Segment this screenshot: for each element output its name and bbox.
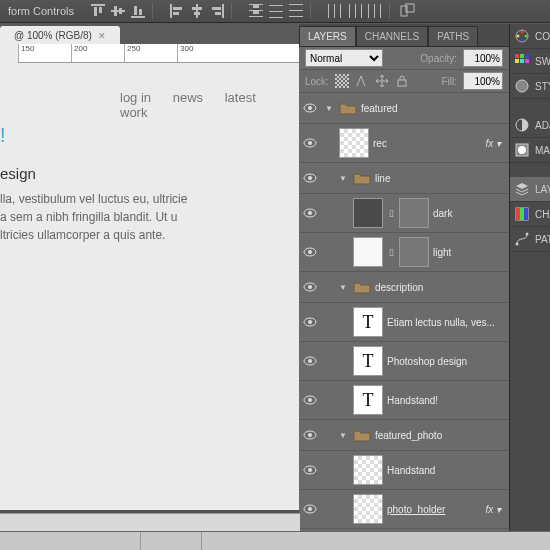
layer-name[interactable]: rec [373, 138, 481, 149]
dock-item-color[interactable]: COLOR [510, 24, 550, 49]
layer-row[interactable]: TPhotoshop design [299, 342, 509, 381]
align-left-icon[interactable] [169, 3, 185, 19]
svg-rect-40 [335, 74, 349, 88]
fx-badge[interactable]: fx ▾ [485, 138, 505, 149]
fill-input[interactable] [463, 72, 503, 90]
svg-rect-12 [196, 4, 198, 18]
svg-rect-32 [349, 4, 350, 18]
lock-transparent-icon[interactable] [335, 74, 349, 88]
dock-item-adjust[interactable]: ADJUSTMENTS [510, 113, 550, 138]
status-seg-2 [141, 532, 202, 550]
layer-name[interactable]: description [375, 282, 505, 293]
dock-item-paths[interactable]: PATHS [510, 227, 550, 252]
layer-name[interactable]: featured_photo [375, 430, 505, 441]
layers-list[interactable]: ▼featuredrecfx ▾▼line▯dark▯light▼descrip… [299, 93, 509, 533]
layer-row[interactable]: recfx ▾ [299, 124, 509, 163]
dock-item-masks[interactable]: MASKS [510, 138, 550, 163]
svg-rect-26 [289, 4, 303, 5]
lock-pixels-icon[interactable] [355, 74, 369, 88]
visibility-icon[interactable] [303, 101, 317, 115]
document-tab-label: @ 100% (RGB/8) [14, 30, 92, 41]
tab-layers[interactable]: LAYERS [299, 26, 356, 46]
visibility-icon[interactable] [303, 280, 317, 294]
disclosure-icon[interactable]: ▼ [325, 104, 333, 113]
document-canvas[interactable]: log in news latest work ! esign lla, ves… [0, 62, 300, 510]
fx-badge[interactable]: fx ▾ [485, 504, 505, 515]
layer-row[interactable]: ▯light [299, 233, 509, 272]
align-vcenter-icon[interactable] [110, 3, 126, 19]
visibility-icon[interactable] [303, 502, 317, 516]
layer-name[interactable]: dark [433, 208, 505, 219]
svg-rect-2 [99, 7, 102, 13]
blend-mode-select[interactable]: Normal [305, 49, 383, 67]
svg-rect-6 [131, 16, 145, 18]
dist-vcenter-icon[interactable] [268, 3, 284, 19]
svg-point-76 [525, 35, 528, 38]
layer-row[interactable]: ▼description [299, 272, 509, 303]
disclosure-icon[interactable]: ▼ [339, 431, 347, 440]
horizontal-scrollbar[interactable] [0, 513, 300, 532]
layer-name[interactable]: Etiam lectus nulla, ves... [387, 317, 505, 328]
layer-row[interactable]: THandstand! [299, 381, 509, 420]
disclosure-icon[interactable]: ▼ [339, 174, 347, 183]
dist-left-icon[interactable] [327, 3, 343, 19]
layer-row[interactable]: ▼line [299, 163, 509, 194]
lock-all-icon[interactable] [395, 74, 409, 88]
layer-name[interactable]: Photoshop design [387, 356, 505, 367]
dock-item-swatches[interactable]: SWATCHES [510, 49, 550, 74]
visibility-icon[interactable] [303, 171, 317, 185]
dist-right-icon[interactable] [367, 3, 383, 19]
align-right-icon[interactable] [209, 3, 225, 19]
lock-position-icon[interactable] [375, 74, 389, 88]
opacity-label: Opacity: [420, 53, 457, 64]
layer-row[interactable]: ▼featured_photo [299, 420, 509, 451]
dock-item-layers[interactable]: LAYERS [510, 177, 550, 202]
visibility-icon[interactable] [303, 393, 317, 407]
layer-row[interactable]: photo_holderfx ▾ [299, 490, 509, 529]
layer-name[interactable]: Handstand [387, 465, 505, 476]
status-bar [0, 531, 550, 550]
toolbar-label: form Controls [8, 5, 74, 17]
svg-rect-33 [355, 4, 356, 18]
dock-item-channels[interactable]: CHANNELS [510, 202, 550, 227]
tab-paths[interactable]: PATHS [428, 26, 478, 46]
align-hcenter-icon[interactable] [189, 3, 205, 19]
visibility-icon[interactable] [303, 463, 317, 477]
visibility-icon[interactable] [303, 315, 317, 329]
visibility-icon[interactable] [303, 354, 317, 368]
layer-row[interactable]: ▯dark [299, 194, 509, 233]
folder-icon [353, 280, 371, 294]
layer-row[interactable]: ▼featured [299, 93, 509, 124]
layer-row[interactable]: Handstand [299, 451, 509, 490]
layers-icon [514, 181, 530, 197]
layer-name[interactable]: photo_holder [387, 504, 481, 515]
layer-row[interactable]: TEtiam lectus nulla, ves... [299, 303, 509, 342]
align-group-1 [84, 3, 153, 19]
close-tab-icon[interactable]: ✕ [98, 31, 106, 41]
visibility-icon[interactable] [303, 428, 317, 442]
dist-hcenter-icon[interactable] [347, 3, 363, 19]
visibility-icon[interactable] [303, 136, 317, 150]
visibility-icon[interactable] [303, 245, 317, 259]
dock-item-styles[interactable]: STYLES [510, 74, 550, 99]
svg-rect-30 [334, 4, 335, 18]
svg-rect-9 [170, 4, 172, 18]
disclosure-icon[interactable]: ▼ [339, 283, 347, 292]
dist-top-icon[interactable] [248, 3, 264, 19]
layer-name[interactable]: light [433, 247, 505, 258]
link-icon: ▯ [387, 246, 395, 258]
dist-bottom-icon[interactable] [288, 3, 304, 19]
svg-rect-90 [516, 208, 520, 220]
align-top-icon[interactable] [90, 3, 106, 19]
document-tab[interactable]: @ 100% (RGB/8) ✕ [0, 26, 120, 45]
auto-align-icon[interactable] [400, 3, 416, 19]
svg-rect-91 [520, 208, 524, 220]
layer-name[interactable]: line [375, 173, 505, 184]
align-bottom-icon[interactable] [130, 3, 146, 19]
opacity-input[interactable] [463, 49, 503, 67]
visibility-icon[interactable] [303, 206, 317, 220]
layer-name[interactable]: Handstand! [387, 395, 505, 406]
layer-name[interactable]: featured [361, 103, 505, 114]
ruler-horizontal: 150 200 250 300 [18, 44, 300, 63]
tab-channels[interactable]: CHANNELS [356, 26, 428, 46]
